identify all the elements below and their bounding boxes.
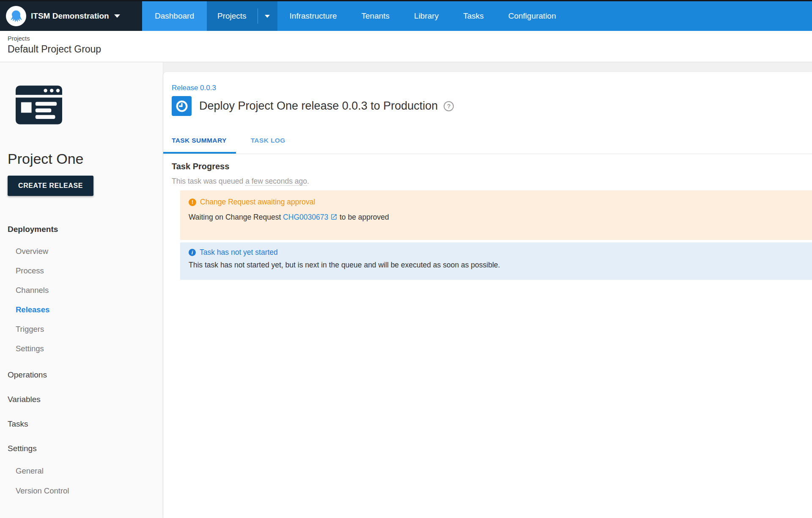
warning-title: Change Request awaiting approval: [200, 198, 315, 207]
info-body: This task has not started yet, but is ne…: [189, 261, 804, 270]
task-tabs: TASK SUMMARY TASK LOG: [163, 127, 812, 154]
sidebar-item-operations[interactable]: Operations: [0, 363, 163, 387]
sidebar-item-deployment-settings[interactable]: Settings: [0, 339, 163, 358]
help-icon[interactable]: ?: [444, 101, 454, 111]
change-request-link[interactable]: CHG0030673: [283, 213, 328, 221]
warning-body-suffix: to be approved: [337, 213, 389, 221]
nav-item-tasks[interactable]: Tasks: [451, 1, 496, 31]
chevron-down-icon: [265, 15, 270, 18]
nav-item-library[interactable]: Library: [402, 1, 451, 31]
sidebar-item-variables[interactable]: Variables: [0, 387, 163, 412]
change-request-warning-banner: ! Change Request awaiting approval Waiti…: [180, 190, 812, 240]
nav-item-projects[interactable]: Projects: [207, 1, 277, 31]
sidebar-nav: Deployments Overview Process Channels Re…: [0, 223, 163, 501]
breadcrumb: Projects Default Project Group: [0, 31, 812, 62]
sidebar-item-deployments[interactable]: Deployments: [0, 223, 163, 236]
queued-prefix: This task was queued: [172, 177, 245, 185]
breadcrumb-projects-link[interactable]: Projects: [8, 35, 812, 42]
project-name: Project One: [8, 151, 163, 167]
sidebar-item-settings[interactable]: Settings: [0, 436, 163, 461]
task-not-started-banner: i Task has not yet started This task has…: [180, 242, 812, 280]
queued-suffix: .: [307, 177, 309, 185]
info-title: Task has not yet started: [200, 248, 278, 257]
nav-item-tenants[interactable]: Tenants: [349, 1, 402, 31]
create-release-button[interactable]: CREATE RELEASE: [8, 176, 93, 196]
sidebar-item-version-control[interactable]: Version Control: [0, 481, 163, 501]
external-link-icon[interactable]: [330, 213, 337, 220]
sidebar-item-process[interactable]: Process: [0, 261, 163, 281]
main-area: Release 0.0.3 Deploy Project One release…: [163, 62, 812, 518]
warning-body-prefix: Waiting on Change Request: [189, 213, 283, 221]
tab-task-summary[interactable]: TASK SUMMARY: [163, 127, 236, 154]
page-title: Default Project Group: [8, 44, 812, 55]
queued-time[interactable]: a few seconds ago: [245, 177, 307, 186]
chevron-down-icon: [114, 14, 120, 18]
sidebar-item-releases[interactable]: Releases: [0, 300, 163, 320]
nav-item-configuration[interactable]: Configuration: [496, 1, 568, 31]
sidebar-item-general[interactable]: General: [0, 461, 163, 481]
space-name: ITSM Demonstration: [31, 11, 109, 21]
project-logo-icon: [16, 85, 62, 124]
warning-icon: !: [189, 198, 196, 206]
task-title: Deploy Project One release 0.0.3 to Prod…: [199, 99, 438, 113]
project-sidebar: Project One CREATE RELEASE Deployments O…: [0, 62, 163, 518]
nav-projects-dropdown[interactable]: [258, 1, 277, 31]
octopus-logo-icon: [6, 6, 26, 26]
queued-status-text: This task was queued a few seconds ago.: [172, 177, 812, 186]
nav-item-dashboard[interactable]: Dashboard: [142, 1, 207, 31]
task-card: Release 0.0.3 Deploy Project One release…: [163, 72, 812, 518]
task-queued-clock-icon: [172, 96, 192, 116]
nav-projects-label[interactable]: Projects: [207, 1, 258, 31]
info-icon: i: [189, 249, 196, 256]
section-title: Task Progress: [172, 162, 812, 171]
sidebar-item-triggers[interactable]: Triggers: [0, 320, 163, 339]
warning-body: Waiting on Change Request CHG0030673 to …: [189, 213, 804, 222]
release-link[interactable]: Release 0.0.3: [172, 84, 216, 92]
sidebar-item-tasks[interactable]: Tasks: [0, 412, 163, 436]
tab-task-log[interactable]: TASK LOG: [242, 127, 295, 154]
top-navbar: ITSM Demonstration Dashboard Projects In…: [0, 1, 812, 31]
sidebar-item-channels[interactable]: Channels: [0, 281, 163, 300]
space-switcher[interactable]: ITSM Demonstration: [0, 1, 142, 31]
sidebar-item-overview[interactable]: Overview: [0, 242, 163, 261]
nav-item-infrastructure[interactable]: Infrastructure: [277, 1, 349, 31]
